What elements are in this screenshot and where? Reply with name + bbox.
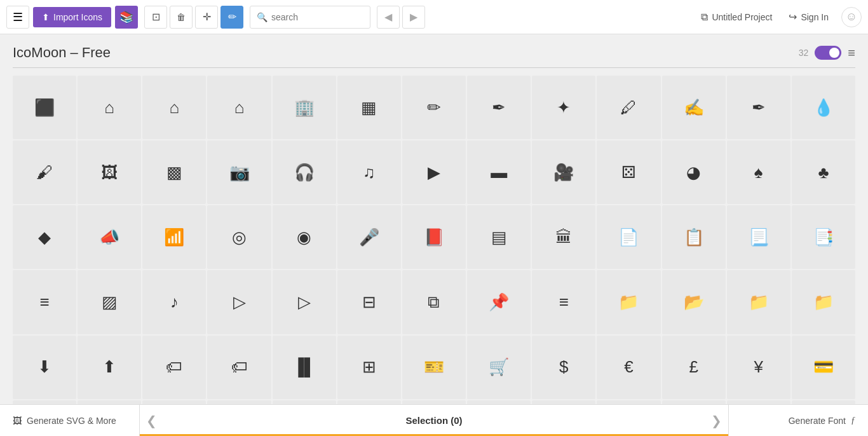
delete-icon: 🗑: [177, 12, 186, 22]
icon-diamond[interactable]: ◆: [13, 205, 76, 269]
select-button[interactable]: ⊡: [144, 6, 167, 29]
icon-paste[interactable]: 📌: [467, 270, 531, 334]
icon-radio[interactable]: ◎: [207, 205, 271, 269]
icon-qrcode[interactable]: ⊞: [337, 336, 401, 399]
icon-pencil2[interactable]: ✒: [467, 76, 531, 139]
icon-figma[interactable]: ⬛: [13, 76, 76, 139]
main: IcoMoon – Free 32 ≡ ⬛⌂⌂⌂🏢▦✏✒✦🖊✍✒💧🖌🖼▩📷🎧♫▶…: [0, 34, 868, 436]
library-button[interactable]: 📚: [115, 6, 138, 29]
selection-arrow-left[interactable]: ❮: [140, 405, 163, 436]
icon-file-mus[interactable]: ♪: [142, 270, 206, 334]
icon-home2[interactable]: ⌂: [142, 76, 206, 139]
icon-file-img[interactable]: ▨: [78, 270, 141, 334]
icon-file-mov[interactable]: ▷: [273, 270, 336, 334]
generate-font-icon: ƒ: [851, 416, 855, 426]
icon-stack[interactable]: ≡: [532, 270, 595, 334]
icon-home3[interactable]: ⌂: [207, 76, 271, 139]
icon-images[interactable]: ▩: [142, 140, 206, 204]
icon-wifi[interactable]: 📶: [142, 205, 206, 269]
icon-folder-o[interactable]: 📂: [662, 270, 726, 334]
selection-area: ❮ Selection (0) ❯: [140, 405, 728, 436]
icon-image[interactable]: 🖼: [78, 140, 141, 204]
icon-newspaper[interactable]: ▦: [337, 76, 401, 139]
icon-barcode[interactable]: ▐▌: [273, 336, 336, 399]
delete-button[interactable]: 🗑: [170, 6, 193, 29]
back-button[interactable]: ◀: [377, 6, 400, 29]
back-icon: ◀: [384, 11, 392, 23]
move-icon: ✛: [203, 11, 211, 23]
hamburger-button[interactable]: ☰: [6, 6, 29, 29]
hamburger-icon: ☰: [13, 10, 23, 24]
icon-spade[interactable]: ♠: [727, 140, 790, 204]
generate-font-button[interactable]: Generate Font ƒ: [728, 405, 868, 436]
icon-megaphone[interactable]: 📣: [78, 205, 141, 269]
icon-tags[interactable]: 🏷: [207, 336, 271, 399]
icon-book[interactable]: 📕: [402, 205, 466, 269]
icon-folder+[interactable]: 📁: [727, 270, 790, 334]
icon-video[interactable]: 🎥: [532, 140, 595, 204]
icon-file-vid[interactable]: ▷: [207, 270, 271, 334]
icon-card[interactable]: 💳: [792, 336, 855, 399]
icon-tag[interactable]: 🏷: [142, 336, 206, 399]
icon-camera[interactable]: 📷: [207, 140, 271, 204]
icon-cart[interactable]: 🛒: [467, 336, 531, 399]
icon-music[interactable]: ♫: [337, 140, 401, 204]
icon-folder-dl[interactable]: ⬇: [13, 336, 76, 399]
icon-set-controls: 32 ≡: [799, 46, 855, 60]
icon-mic[interactable]: 🎤: [337, 205, 401, 269]
list-view-button[interactable]: ≡: [848, 46, 855, 60]
edit-button[interactable]: ✏: [220, 6, 243, 29]
toggle-view[interactable]: [815, 46, 841, 60]
icon-pacman[interactable]: ◕: [662, 140, 726, 204]
forward-button[interactable]: ▶: [402, 6, 425, 29]
icon-yen[interactable]: ¥: [727, 336, 790, 399]
icon-film[interactable]: ▬: [467, 140, 531, 204]
icon-feather[interactable]: ✦: [532, 76, 595, 139]
icon-droplet[interactable]: 💧: [792, 76, 855, 139]
icon-books[interactable]: ▤: [467, 205, 531, 269]
icon-broadcast[interactable]: ◉: [273, 205, 336, 269]
icon-office[interactable]: 🏢: [273, 76, 336, 139]
icon-pound[interactable]: £: [662, 336, 726, 399]
icon-file2[interactable]: 📑: [792, 205, 855, 269]
generate-svg-button[interactable]: 🖼 Generate SVG & More: [0, 405, 140, 436]
icon-bank[interactable]: 🏛: [532, 205, 595, 269]
icon-clubs[interactable]: ♣: [792, 140, 855, 204]
icon-pen[interactable]: 🖊: [597, 76, 660, 139]
icon-ticket[interactable]: 🎫: [402, 336, 466, 399]
icon-headphones[interactable]: 🎧: [273, 140, 336, 204]
icon-eyedropper[interactable]: ✒: [727, 76, 790, 139]
icon-file-text[interactable]: ≡: [13, 270, 76, 334]
sign-in-button[interactable]: ↪ Sign In: [789, 11, 829, 23]
icon-folder-[interactable]: 📁: [792, 270, 855, 334]
project-name: Untitled Project: [712, 12, 772, 22]
icon-play[interactable]: ▶: [402, 140, 466, 204]
search-input[interactable]: [271, 12, 363, 22]
icon-dollar[interactable]: $: [532, 336, 595, 399]
import-icons-button[interactable]: ⬆ Import Icons: [33, 7, 111, 27]
search-icon: 🔍: [257, 12, 268, 22]
avatar[interactable]: ☺: [841, 7, 862, 27]
icon-home[interactable]: ⌂: [78, 76, 141, 139]
icon-paintbrush[interactable]: 🖌: [13, 140, 76, 204]
icon-copy[interactable]: ⧉: [402, 270, 466, 334]
icon-count: 32: [799, 48, 809, 58]
icon-pen2[interactable]: ✍: [662, 76, 726, 139]
icon-folder-ul[interactable]: ⬆: [78, 336, 141, 399]
project-label[interactable]: ⧉ Untitled Project: [701, 11, 772, 23]
icon-contact[interactable]: 📋: [662, 205, 726, 269]
icon-file-zip[interactable]: ⊟: [337, 270, 401, 334]
move-button[interactable]: ✛: [195, 6, 218, 29]
icon-dice[interactable]: ⚄: [597, 140, 660, 204]
icon-file[interactable]: 📃: [727, 205, 790, 269]
arrow-left-icon: ❮: [146, 413, 157, 428]
icon-folder[interactable]: 📁: [597, 270, 660, 334]
icon-grid: ⬛⌂⌂⌂🏢▦✏✒✦🖊✍✒💧🖌🖼▩📷🎧♫▶▬🎥⚄◕♠♣◆📣📶◎◉🎤📕▤🏛📄📋📃📑≡…: [13, 76, 855, 404]
icon-doc[interactable]: 📄: [597, 205, 660, 269]
icon-set-title: IcoMoon – Free: [13, 44, 799, 61]
icon-euro[interactable]: €: [597, 336, 660, 399]
content-area: IcoMoon – Free 32 ≡ ⬛⌂⌂⌂🏢▦✏✒✦🖊✍✒💧🖌🖼▩📷🎧♫▶…: [0, 34, 868, 404]
selection-arrow-right[interactable]: ❯: [705, 405, 728, 436]
icon-pencil[interactable]: ✏: [402, 76, 466, 139]
icon-set-header: IcoMoon – Free 32 ≡: [13, 44, 855, 68]
